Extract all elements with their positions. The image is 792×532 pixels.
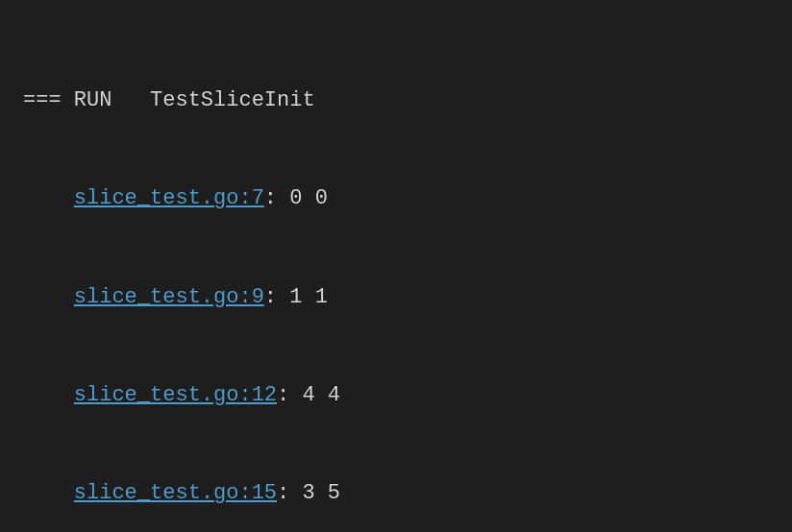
run-line: === RUN TestSliceInit [23, 85, 769, 117]
indent-12 [23, 383, 74, 407]
indent-9 [23, 285, 74, 309]
test-line-12: slice_test.go:12: 4 4 [23, 379, 769, 412]
values-9: : 1 1 [264, 285, 328, 309]
indent-15 [23, 481, 74, 505]
terminal-output: === RUN TestSliceInit slice_test.go:7: 0… [23, 19, 769, 532]
test-line-9: slice_test.go:9: 1 1 [23, 281, 769, 314]
values-7: : 0 0 [264, 186, 328, 210]
values-12: : 4 4 [277, 383, 340, 407]
file-link-15[interactable]: slice_test.go:15 [74, 481, 277, 505]
file-link-12[interactable]: slice_test.go:12 [74, 383, 277, 407]
test-line-15: slice_test.go:15: 3 5 [23, 477, 769, 510]
run-text: === RUN TestSliceInit [23, 88, 315, 112]
indent-7 [23, 186, 74, 210]
test-line-7: slice_test.go:7: 0 0 [23, 182, 769, 215]
file-link-7[interactable]: slice_test.go:7 [74, 186, 264, 210]
values-15: : 3 5 [277, 481, 340, 505]
file-link-9[interactable]: slice_test.go:9 [74, 285, 264, 309]
